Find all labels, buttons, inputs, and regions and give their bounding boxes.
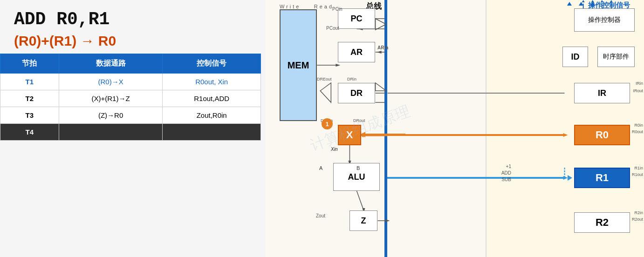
r2-out-label: R2out [632, 217, 643, 222]
svg-line-12 [356, 191, 363, 210]
operation-text: (R0)+(R1) → R0 [14, 33, 252, 49]
svg-marker-9 [336, 64, 340, 67]
beat-cell: T2 [0, 90, 59, 107]
dr-label: DR [350, 88, 363, 98]
ctrl-arrow-3 [590, 2, 595, 6]
r1-block: R1 [574, 168, 630, 188]
svg-marker-22 [320, 83, 331, 102]
seq-label: 时序部件 [603, 53, 629, 61]
instruction-title: ADD R0,R1 [14, 9, 252, 29]
table-row: T3(Z)→R0Zout,R0in [0, 107, 261, 124]
pc-out-label: PCout [326, 26, 339, 31]
plus1-label: +1 [506, 164, 511, 169]
ar-block: AR [338, 42, 375, 62]
left-panel: ADD R0,R1 (R0)+(R1) → R0 节拍 数据通路 控制信号 T1… [0, 0, 266, 257]
sub-label: SUB [501, 177, 511, 182]
datapath-cell: (R0)→X [59, 74, 163, 90]
add-label: ADD [501, 170, 511, 176]
beat-cell: T1 [0, 74, 59, 90]
r0-label: R0 [596, 129, 609, 141]
pc-in-label: PCin [332, 7, 343, 12]
datapath-cell [59, 124, 163, 141]
pc-label: PC [350, 14, 362, 24]
circle-number: 1 [322, 118, 333, 129]
instruction-header: ADD R0,R1 (R0)+(R1) → R0 [0, 0, 266, 54]
r1-in-label: R1in [634, 166, 643, 170]
dre-out-label: DREout [317, 77, 332, 81]
ctrl-arrow-2 [579, 2, 583, 6]
x-block: X [338, 125, 361, 145]
ir-block: IR [574, 83, 630, 103]
r1-label: R1 [596, 172, 609, 184]
ar-label: AR [350, 47, 363, 57]
z-label: Z [361, 216, 366, 226]
beat-cell: T3 [0, 107, 59, 124]
table-row: T2(X)+(R1)→ZR1out,ADD [0, 90, 261, 107]
ir-out-label: IRout [633, 88, 643, 93]
control-cell: R1out,ADD [163, 90, 261, 107]
blue-r1-arrowhead [568, 175, 572, 181]
ctrl-arrow-1 [567, 2, 572, 6]
read-label: Read [314, 4, 334, 9]
r0-out-label: R0out [632, 129, 643, 134]
ir-label: IR [598, 88, 606, 98]
dr-out-label: DRout [353, 118, 365, 123]
beat-cell: T4 [0, 124, 59, 141]
z-out-label: Zout [316, 213, 325, 218]
mem-label: MEM [288, 60, 309, 71]
control-cell [163, 124, 261, 141]
seq-block: 时序部件 [597, 47, 635, 67]
r0-in-label: R0in [634, 123, 643, 128]
x-in-label: Xin [331, 147, 337, 152]
svg-marker-5 [377, 51, 382, 54]
ar-in-label: ARin [377, 45, 388, 50]
bus-line [384, 0, 387, 257]
r2-block: R2 [574, 212, 630, 233]
col-control: 控制信号 [163, 54, 261, 74]
alu-label: ALU [348, 172, 365, 182]
table-row: T4 [0, 124, 261, 141]
alu-b-label: B [356, 165, 360, 171]
diagram-area: 总线 操作控制信号 Write Read MEM PC PCin PCout [266, 0, 644, 257]
col-datapath: 数据通路 [59, 54, 163, 74]
r2-in-label: R2in [634, 210, 643, 215]
dr-in-label: DRin [347, 77, 356, 81]
control-cell: Zout,R0in [163, 107, 261, 124]
x-label: X [346, 129, 353, 141]
ctrl-block: 操作控制器 [574, 8, 635, 32]
r1-out-label: R1out [632, 172, 643, 177]
write-label: Write [280, 4, 301, 9]
mem-block: MEM [280, 9, 317, 121]
right-panel: 总线 操作控制信号 Write Read MEM PC PCin PCout [266, 0, 644, 257]
alu-a-label: A [319, 165, 322, 171]
dr-block: DR [338, 83, 375, 103]
id-label: ID [571, 52, 580, 62]
id-block: ID [562, 47, 588, 67]
r0-to-x-arrow [361, 134, 405, 135]
ctrl-label: 操作控制器 [588, 16, 621, 24]
control-cell: R0out, Xin [163, 74, 261, 90]
r2-label: R2 [596, 216, 609, 229]
col-beat: 节拍 [0, 54, 59, 74]
datapath-cell: (X)+(R1)→Z [59, 90, 163, 107]
z-block: Z [349, 210, 377, 231]
table-row: T1(R0)→XR0out, Xin [0, 74, 261, 90]
write-read-label: Write Read [280, 4, 334, 9]
timing-table: 节拍 数据通路 控制信号 T1(R0)→XR0out, XinT2(X)+(R1… [0, 54, 261, 141]
datapath-cell: (Z)→R0 [59, 107, 163, 124]
bus-to-r1-line [387, 177, 560, 179]
orange-arrow-head [361, 132, 365, 137]
ir-in-label: IRin [636, 81, 643, 86]
pc-block: PC [338, 8, 375, 29]
r0-block: R0 [574, 125, 630, 145]
